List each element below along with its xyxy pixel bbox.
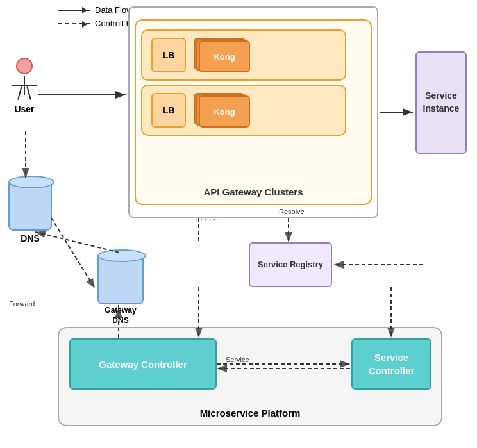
kong-stack-2: Kong <box>192 93 250 128</box>
service-registry: Service Registry <box>249 242 332 287</box>
dashed-arrow-icon <box>58 23 90 24</box>
user-legs-icon <box>19 86 29 100</box>
dns-box: DNS <box>8 179 53 244</box>
cluster-group-2: LB Kong <box>141 85 346 136</box>
user-left-leg-icon <box>17 86 22 100</box>
microservice-platform-title: Microservice Platform <box>59 408 441 419</box>
user-figure: User <box>12 58 37 114</box>
user-head-icon <box>16 58 33 74</box>
forward-label: Forward <box>9 300 35 308</box>
gateway-outer-box: LB Kong LB Kong <box>128 6 378 218</box>
solid-arrow-icon <box>58 10 90 11</box>
service-instance: Service Instance <box>415 51 467 154</box>
kong-card-2a: Kong <box>199 95 250 128</box>
kong-stack-1: Kong <box>192 38 250 72</box>
lb-box-1: LB <box>151 38 186 72</box>
gateway-dns-box: Gateway DNS <box>95 253 146 326</box>
dots-label: ...... <box>196 212 222 222</box>
cluster-group-1: LB Kong <box>141 29 346 81</box>
lb-box-2: LB <box>151 93 186 128</box>
resolve-label: Resolve <box>279 208 305 215</box>
data-flow-label: Data Flow <box>95 5 133 15</box>
api-gateway-title: API Gateway Clusters <box>136 187 371 197</box>
user-label: User <box>14 104 34 114</box>
user-right-leg-icon <box>26 86 31 100</box>
gateway-controller: Gateway Controller <box>69 338 217 390</box>
cluster-row-1: LB Kong <box>141 29 365 81</box>
service-controller: Service Controller <box>351 338 431 390</box>
api-gateway-clusters: LB Kong LB Kong <box>135 19 372 205</box>
gateway-dns-cylinder-icon <box>97 253 144 304</box>
gateway-dns-label: Gateway DNS <box>95 306 146 326</box>
dns-cylinder-icon <box>8 179 52 231</box>
diagram: Data Flow Controll Flow User DNS Gateway… <box>0 0 477 448</box>
kong-card-1a: Kong <box>199 40 250 72</box>
dns-to-gatewaydns-arrow <box>51 218 95 288</box>
cluster-row-2: LB Kong <box>141 85 365 136</box>
dns-label: DNS <box>8 233 53 244</box>
service-label: Service <box>226 356 249 363</box>
